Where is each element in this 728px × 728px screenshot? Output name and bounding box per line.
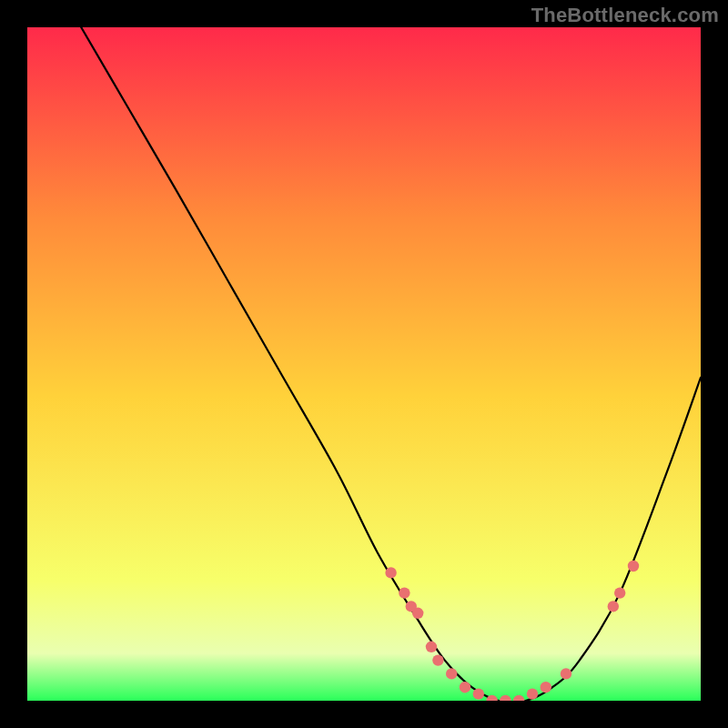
- gradient-background: [27, 27, 701, 701]
- watermark-label: TheBottleneck.com: [531, 4, 719, 27]
- chart-stage: TheBottleneck.com: [0, 0, 728, 728]
- plot-area: [27, 27, 701, 701]
- svg-rect-0: [27, 27, 701, 701]
